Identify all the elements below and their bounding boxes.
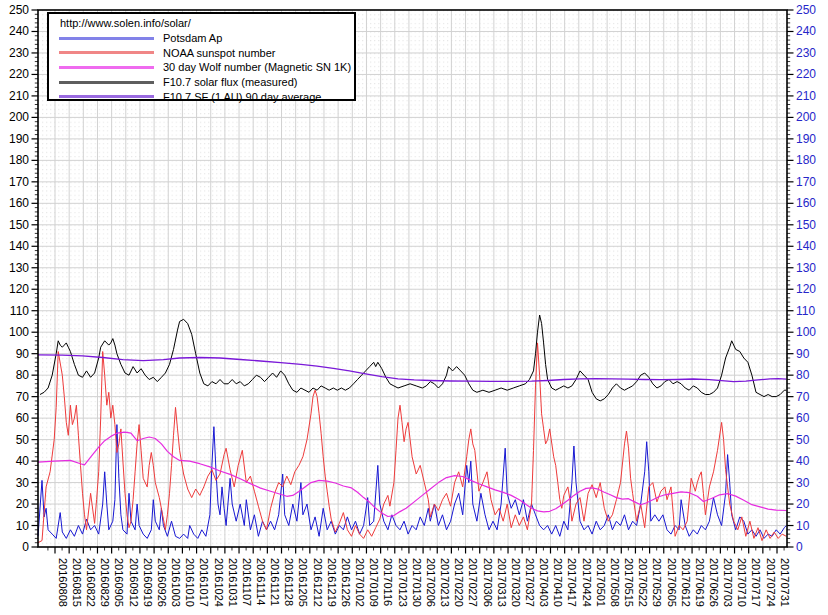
y-axis-label-right: 250 bbox=[796, 3, 816, 17]
legend-url: http://www.solen.info/solar/ bbox=[59, 17, 354, 29]
y-axis-label-left: 30 bbox=[16, 476, 30, 490]
x-tick-label: 20161219 bbox=[326, 558, 338, 607]
x-tick-label: 20161031 bbox=[227, 558, 239, 607]
x-tick-label: 20170717 bbox=[750, 558, 762, 607]
y-axis-label-left: 10 bbox=[16, 519, 30, 533]
y-axis-label-left: 230 bbox=[9, 46, 29, 60]
x-tick-label: 20170605 bbox=[666, 558, 678, 607]
x-tick-label: 20160808 bbox=[57, 558, 69, 607]
y-axis-label-right: 170 bbox=[796, 175, 816, 189]
y-axis-label-left: 80 bbox=[16, 368, 30, 382]
x-tick-label: 20170403 bbox=[538, 558, 550, 607]
x-tick-label: 20161017 bbox=[198, 558, 210, 607]
x-tick-label: 20161003 bbox=[170, 558, 182, 607]
x-tick-label: 20161114 bbox=[255, 558, 267, 605]
legend-item-f107: F10.7 solar flux (measured) bbox=[59, 75, 354, 90]
y-axis-label-left: 220 bbox=[9, 67, 29, 81]
x-tick-label: 20170619 bbox=[694, 558, 706, 607]
y-axis-label-left: 150 bbox=[9, 218, 29, 232]
legend-item-noaa_sunspot: NOAA sunspot number bbox=[59, 46, 354, 61]
x-tick-label: 20170710 bbox=[736, 558, 748, 607]
x-tick-label: 20160822 bbox=[85, 558, 97, 607]
legend-label: NOAA sunspot number bbox=[163, 47, 276, 59]
y-axis-label-right: 190 bbox=[796, 132, 816, 146]
x-tick-label: 20160829 bbox=[99, 558, 111, 607]
x-tick-label: 20160905 bbox=[113, 558, 125, 607]
legend-swatch-f107_avg90 bbox=[59, 95, 154, 98]
x-tick-label: 20170220 bbox=[453, 558, 465, 607]
x-tick-label: 20161226 bbox=[340, 558, 352, 607]
x-tick-label: 20160912 bbox=[128, 558, 140, 607]
y-axis-label-right: 200 bbox=[796, 110, 816, 124]
x-tick-label: 20160815 bbox=[71, 558, 83, 607]
x-tick-label: 20170612 bbox=[680, 558, 692, 607]
x-tick-label: 20161107 bbox=[241, 558, 253, 606]
y-axis-label-right: 0 bbox=[796, 540, 803, 554]
y-axis-label-right: 220 bbox=[796, 67, 816, 81]
y-axis-label-left: 180 bbox=[9, 153, 29, 167]
y-axis-label-right: 10 bbox=[796, 519, 810, 533]
x-tick-label: 20170320 bbox=[510, 558, 522, 607]
y-axis-label-right: 50 bbox=[796, 433, 810, 447]
y-axis-label-right: 230 bbox=[796, 46, 816, 60]
x-tick-label: 20170306 bbox=[482, 558, 494, 607]
y-axis-label-right: 210 bbox=[796, 89, 816, 103]
x-tick-label: 20170123 bbox=[397, 558, 409, 607]
x-tick-label: 20170130 bbox=[411, 558, 423, 607]
y-axis-label-left: 200 bbox=[9, 110, 29, 124]
x-tick-label: 20170417 bbox=[566, 558, 578, 607]
x-tick-label: 20170724 bbox=[765, 558, 777, 607]
x-tick-label: 20170227 bbox=[467, 558, 479, 607]
x-tick-label: 20170529 bbox=[651, 558, 663, 607]
y-axis-label-right: 30 bbox=[796, 476, 810, 490]
y-axis-label-right: 20 bbox=[796, 497, 810, 511]
y-axis-label-left: 160 bbox=[9, 196, 29, 210]
y-axis-label-left: 120 bbox=[9, 282, 29, 296]
y-axis-label-left: 40 bbox=[16, 454, 30, 468]
x-tick-label: 20161128 bbox=[283, 558, 295, 606]
y-axis-label-left: 20 bbox=[16, 497, 30, 511]
legend-rows: Potsdam ApNOAA sunspot number30 day Wolf… bbox=[59, 31, 354, 104]
legend-item-ap: Potsdam Ap bbox=[59, 31, 354, 46]
y-axis-label-left: 90 bbox=[16, 347, 30, 361]
x-tick-label: 20170424 bbox=[581, 558, 593, 607]
x-tick-label: 20161010 bbox=[184, 558, 196, 607]
y-axis-label-right: 240 bbox=[796, 24, 816, 38]
x-tick-label: 20170327 bbox=[524, 558, 536, 607]
y-axis-label-right: 40 bbox=[796, 454, 810, 468]
y-axis-label-right: 160 bbox=[796, 196, 816, 210]
y-axis-label-left: 70 bbox=[16, 390, 30, 404]
x-tick-label: 20170102 bbox=[354, 558, 366, 607]
legend-label: Potsdam Ap bbox=[163, 32, 222, 44]
y-axis-label-right: 150 bbox=[796, 218, 816, 232]
y-axis-label-right: 60 bbox=[796, 411, 810, 425]
legend-swatch-ap bbox=[59, 37, 154, 40]
x-tick-label: 20170522 bbox=[637, 558, 649, 607]
y-axis-label-right: 120 bbox=[796, 282, 816, 296]
y-axis-label-right: 90 bbox=[796, 347, 810, 361]
legend-swatch-wolf30 bbox=[59, 66, 154, 69]
y-axis-label-left: 50 bbox=[16, 433, 30, 447]
legend-label: F10.7 SF (1 AU) 90 day average bbox=[163, 91, 321, 103]
x-tick-label: 20170703 bbox=[722, 558, 734, 607]
x-tick-label: 20170109 bbox=[368, 558, 380, 607]
x-tick-label: 20170515 bbox=[623, 558, 635, 607]
legend-box: http://www.solen.info/solar/ Potsdam ApN… bbox=[47, 12, 356, 101]
y-axis-label-left: 100 bbox=[9, 325, 29, 339]
x-tick-label: 20170410 bbox=[552, 558, 564, 607]
y-axis-label-left: 190 bbox=[9, 132, 29, 146]
y-axis-label-right: 80 bbox=[796, 368, 810, 382]
legend-item-f107_avg90: F10.7 SF (1 AU) 90 day average bbox=[59, 89, 354, 104]
y-axis-label-left: 110 bbox=[10, 304, 29, 318]
x-tick-label: 20170731 bbox=[779, 558, 791, 607]
x-tick-label: 20170206 bbox=[425, 558, 437, 607]
x-tick-label: 20161024 bbox=[213, 558, 225, 607]
x-tick-label: 20160926 bbox=[156, 558, 168, 607]
y-axis-label-right: 70 bbox=[796, 390, 810, 404]
x-tick-label: 20170116 bbox=[382, 558, 394, 606]
y-axis-label-left: 250 bbox=[9, 3, 29, 17]
legend-label: F10.7 solar flux (measured) bbox=[163, 76, 298, 88]
legend-item-wolf30: 30 day Wolf number (Magnetic SN 1K) bbox=[59, 60, 354, 75]
x-tick-label: 20161205 bbox=[297, 558, 309, 607]
y-axis-label-left: 170 bbox=[9, 175, 29, 189]
